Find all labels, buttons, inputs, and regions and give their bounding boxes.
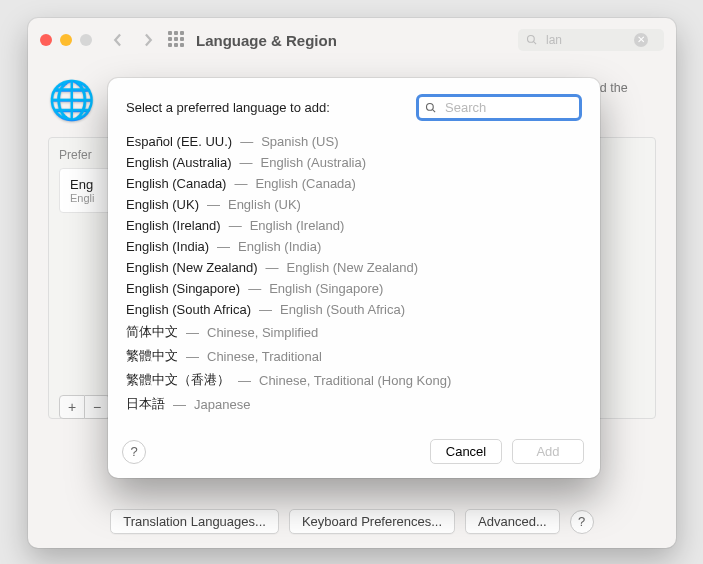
sheet-search[interactable] [416,94,582,121]
search-icon [425,102,437,114]
language-english-name: English (Australia) [261,155,367,170]
language-native-name: English (Australia) [126,155,232,170]
toolbar-search-input[interactable] [544,32,628,48]
language-native-name: 繁體中文 [126,347,178,365]
add-language-sheet: Select a preferred language to add: Espa… [108,78,600,478]
svg-point-0 [528,36,535,43]
language-option[interactable]: English (Canada)—English (Canada) [126,173,586,194]
separator: — [259,302,272,317]
language-list[interactable]: Español (EE. UU.)—Spanish (US)English (A… [108,131,596,427]
language-native-name: 简体中文 [126,323,178,341]
separator: — [229,218,242,233]
fullscreen-window-button[interactable] [80,34,92,46]
language-english-name: Japanese [194,397,250,412]
language-native-name: English (UK) [126,197,199,212]
language-option[interactable]: English (UK)—English (UK) [126,194,586,215]
titlebar: Language & Region ✕ [28,18,676,63]
language-english-name: English (Canada) [255,176,355,191]
separator: — [217,239,230,254]
separator: — [248,281,261,296]
separator: — [173,397,186,412]
search-icon [526,34,538,46]
help-button[interactable]: ? [570,510,594,534]
close-window-button[interactable] [40,34,52,46]
show-all-button[interactable] [168,31,186,49]
language-english-name: Chinese, Traditional (Hong Kong) [259,373,451,388]
language-english-name: Spanish (US) [261,134,338,149]
language-option[interactable]: Español (EE. UU.)—Spanish (US) [126,131,586,152]
advanced-button[interactable]: Advanced... [465,509,560,534]
sheet-search-input[interactable] [443,99,573,116]
language-english-name: Chinese, Traditional [207,349,322,364]
language-option[interactable]: English (Ireland)—English (Ireland) [126,215,586,236]
language-english-name: English (Singapore) [269,281,383,296]
clear-search-button[interactable]: ✕ [634,33,648,47]
page-title: Language & Region [196,32,337,49]
language-english-name: English (UK) [228,197,301,212]
separator: — [234,176,247,191]
language-native-name: English (Canada) [126,176,226,191]
separator: — [186,325,199,340]
back-button[interactable] [108,30,128,50]
language-native-name: 日本語 [126,395,165,413]
translation-languages-button[interactable]: Translation Languages... [110,509,279,534]
sheet-prompt: Select a preferred language to add: [126,100,402,115]
language-option[interactable]: 简体中文—Chinese, Simplified [126,320,586,344]
separator: — [186,349,199,364]
language-option[interactable]: 日本語—Japanese [126,392,586,416]
language-native-name: English (New Zealand) [126,260,258,275]
language-native-name: English (South Africa) [126,302,251,317]
add-button[interactable]: Add [512,439,584,464]
language-option[interactable]: English (New Zealand)—English (New Zeala… [126,257,586,278]
language-english-name: English (New Zealand) [287,260,419,275]
separator: — [238,373,251,388]
language-english-name: English (Ireland) [250,218,345,233]
language-native-name: English (India) [126,239,209,254]
sheet-help-button[interactable]: ? [122,440,146,464]
language-english-name: Chinese, Simplified [207,325,318,340]
add-language-button[interactable]: + [59,395,85,419]
separator: — [207,197,220,212]
language-option[interactable]: English (Singapore)—English (Singapore) [126,278,586,299]
language-native-name: English (Singapore) [126,281,240,296]
language-english-name: English (India) [238,239,321,254]
forward-button[interactable] [138,30,158,50]
language-option[interactable]: English (South Africa)—English (South Af… [126,299,586,320]
language-option[interactable]: English (India)—English (India) [126,236,586,257]
language-english-name: English (South Africa) [280,302,405,317]
keyboard-preferences-button[interactable]: Keyboard Preferences... [289,509,455,534]
language-native-name: English (Ireland) [126,218,221,233]
language-option[interactable]: 繁體中文（香港）—Chinese, Traditional (Hong Kong… [126,368,586,392]
separator: — [240,155,253,170]
remove-language-button[interactable]: − [85,395,110,419]
separator: — [266,260,279,275]
toolbar-search[interactable]: ✕ [518,29,664,51]
separator: — [240,134,253,149]
language-native-name: 繁體中文（香港） [126,371,230,389]
language-option[interactable]: 繁體中文—Chinese, Traditional [126,344,586,368]
language-option[interactable]: English (Australia)—English (Australia) [126,152,586,173]
minimize-window-button[interactable] [60,34,72,46]
language-native-name: Español (EE. UU.) [126,134,232,149]
bottom-button-bar: Translation Languages... Keyboard Prefer… [28,509,676,534]
svg-point-1 [427,103,434,110]
globe-flag-icon: 🌐 [48,81,95,119]
window-controls [40,34,92,46]
cancel-button[interactable]: Cancel [430,439,502,464]
